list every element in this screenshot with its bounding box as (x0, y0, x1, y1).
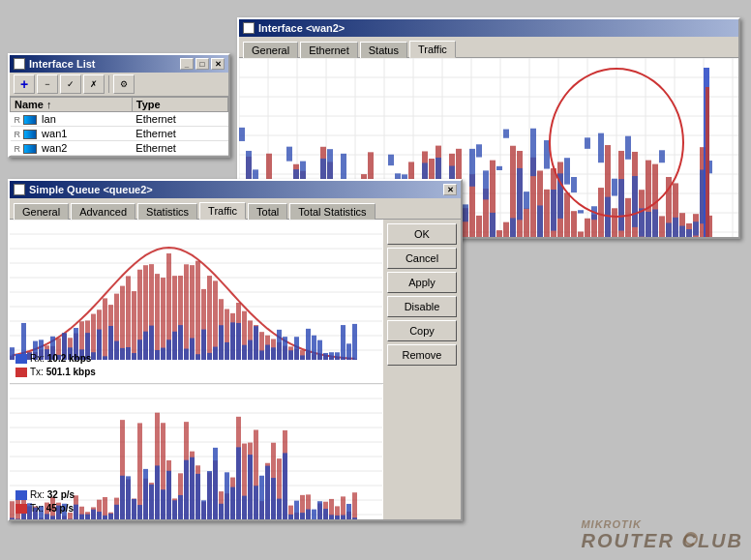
simple-queue-window: Simple Queue <queue2> ✕ General Advanced… (8, 179, 463, 521)
settings-button[interactable]: ⚙ (113, 74, 135, 94)
tab-traffic[interactable]: Traffic (409, 41, 456, 58)
queue-titlebar: Simple Queue <queue2> ✕ (10, 181, 461, 198)
table-row[interactable]: R wan2 Ethernet (11, 141, 228, 156)
window-icon (243, 22, 255, 34)
branding-sub: mikrotik (581, 518, 743, 530)
interface-list-toolbar: + − ✓ ✗ ⚙ (10, 73, 228, 97)
tab-general[interactable]: General (14, 203, 69, 221)
wan2-tab-bar: General Ethernet Status Traffic (239, 37, 738, 58)
wan2-titlebar: Interface <wan2> (239, 19, 738, 37)
add-button[interactable]: + (14, 74, 35, 94)
queue-tab-bar: General Advanced Statistics Traffic Tota… (10, 198, 461, 220)
disable-button[interactable]: Disable (387, 296, 457, 317)
queue-charts-container: Rx: 10.2 kbps Tx: 501.1 kbps Rx: 32 p/s (10, 220, 383, 519)
table-row[interactable]: R lan Ethernet (11, 112, 228, 127)
remove-button[interactable]: Remove (387, 344, 457, 366)
interface-list-title-area: Interface List (14, 58, 95, 70)
tx-value: 501.1 kbps (46, 367, 96, 377)
iface-icon (23, 144, 37, 154)
iface-icon (23, 115, 37, 125)
branding-area: mikrotik ROUTER CLUB (581, 518, 743, 552)
remove-button[interactable]: − (37, 74, 58, 94)
tab-total[interactable]: Total (248, 203, 287, 221)
cancel-button[interactable]: Cancel (387, 248, 457, 269)
row-name: R lan (11, 112, 133, 127)
apply-button[interactable]: Apply (387, 272, 457, 293)
queue-close-button[interactable]: ✕ (443, 184, 457, 195)
tx-legend-item-bottom: Tx: 45 p/s (15, 502, 75, 516)
col-type-header[interactable]: Type (132, 98, 227, 112)
row-type: Ethernet (132, 141, 227, 156)
rx-color-swatch-bottom (15, 490, 27, 500)
queue-titlebar-controls: ✕ (443, 184, 457, 195)
check-button[interactable]: ✓ (60, 74, 81, 94)
interface-list-title: Interface List (29, 58, 95, 70)
bottom-chart-legend: Rx: 32 p/s Tx: 45 p/s (15, 488, 75, 516)
rx-label: Rx: 10.2 kbps (30, 352, 91, 366)
rx-value-bottom: 32 p/s (47, 489, 75, 500)
maximize-button[interactable]: □ (195, 58, 209, 70)
tx-legend-item: Tx: 501.1 kbps (15, 366, 96, 379)
tab-total-statistics[interactable]: Total Statistics (289, 203, 375, 221)
table-row[interactable]: R wan1 Ethernet (11, 127, 228, 141)
row-type: Ethernet (132, 112, 227, 127)
window-icon (14, 58, 25, 70)
rx-legend-item: Rx: 10.2 kbps (15, 352, 96, 366)
tx-value-bottom: 45 p/s (46, 503, 74, 514)
row-type: Ethernet (132, 127, 227, 141)
interface-table: Name ↑ Type R lan Ethernet R wan1 Ethern (10, 97, 228, 156)
tab-status[interactable]: Status (360, 42, 407, 59)
branding-main: ROUTER CLUB (581, 530, 743, 552)
iface-icon (23, 130, 37, 139)
copy-button[interactable]: Copy (387, 320, 457, 341)
rx-label-bottom: Rx: 32 p/s (30, 488, 75, 502)
cross-button[interactable]: ✗ (83, 74, 105, 94)
window-icon (14, 184, 25, 195)
tx-label: Tx: 501.1 kbps (30, 366, 96, 379)
close-button[interactable]: ✕ (211, 58, 225, 70)
tab-advanced[interactable]: Advanced (71, 203, 135, 221)
rx-legend-item-bottom: Rx: 32 p/s (15, 488, 75, 502)
tab-traffic[interactable]: Traffic (199, 202, 246, 220)
row-name: R wan2 (11, 141, 133, 156)
toolbar-separator (108, 75, 109, 93)
queue-title: Simple Queue <queue2> (29, 184, 153, 195)
minimize-button[interactable]: _ (180, 58, 194, 70)
interface-list-window: Interface List _ □ ✕ + − ✓ ✗ ⚙ Name ↑ Ty… (8, 53, 230, 158)
queue-content-area: Rx: 10.2 kbps Tx: 501.1 kbps Rx: 32 p/s (10, 220, 461, 519)
queue-top-canvas (10, 220, 382, 360)
tab-statistics[interactable]: Statistics (137, 203, 197, 221)
tx-color-swatch (15, 368, 27, 377)
bottom-chart-area: Rx: 32 p/s Tx: 45 p/s (10, 384, 383, 519)
rx-value: 10.2 kbps (47, 353, 92, 364)
tx-label-bottom: Tx: 45 p/s (30, 502, 74, 516)
top-chart-area: Rx: 10.2 kbps Tx: 501.1 kbps (10, 220, 383, 384)
tab-general[interactable]: General (243, 42, 298, 59)
interface-list-titlebar: Interface List _ □ ✕ (10, 55, 228, 73)
tab-ethernet[interactable]: Ethernet (300, 42, 358, 59)
rx-color-swatch (15, 354, 27, 364)
wan2-title-area: Interface <wan2> (243, 22, 345, 34)
ok-button[interactable]: OK (387, 223, 457, 245)
queue-title-area: Simple Queue <queue2> (14, 184, 153, 195)
queue-buttons-panel: OK Cancel Apply Disable Copy Remove (383, 220, 461, 519)
titlebar-controls: _ □ ✕ (180, 58, 225, 70)
top-chart-legend: Rx: 10.2 kbps Tx: 501.1 kbps (15, 352, 96, 379)
tx-color-swatch-bottom (15, 504, 27, 514)
row-name: R wan1 (11, 127, 133, 141)
wan2-title: Interface <wan2> (258, 22, 345, 34)
col-name-header[interactable]: Name ↑ (11, 98, 133, 112)
